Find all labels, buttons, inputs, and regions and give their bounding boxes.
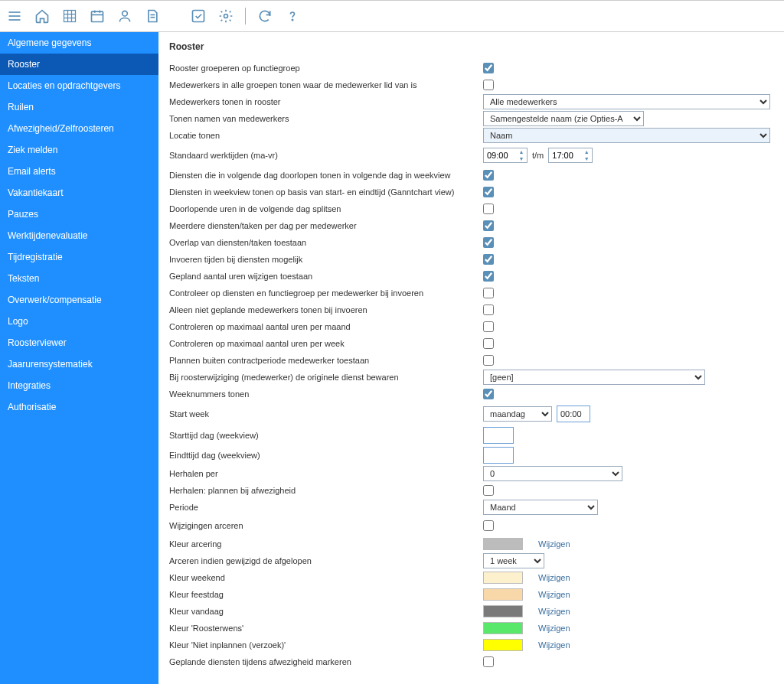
separator <box>245 8 246 24</box>
calendar-icon[interactable] <box>89 8 106 24</box>
svg-point-12 <box>122 11 128 16</box>
svg-rect-15 <box>193 11 204 22</box>
svg-rect-8 <box>92 11 103 21</box>
svg-rect-3 <box>64 11 76 22</box>
document-icon[interactable] <box>144 8 161 24</box>
svg-point-16 <box>224 15 228 18</box>
gear-icon[interactable] <box>217 8 234 24</box>
home-icon[interactable] <box>34 8 51 24</box>
refresh-icon[interactable] <box>256 8 273 24</box>
help-icon[interactable] <box>284 8 301 24</box>
svg-point-17 <box>292 19 292 20</box>
menu-icon[interactable] <box>6 8 23 24</box>
toolbar <box>0 0 784 32</box>
check-icon[interactable] <box>190 8 207 24</box>
user-icon[interactable] <box>116 8 133 24</box>
grid-icon[interactable] <box>61 8 78 24</box>
